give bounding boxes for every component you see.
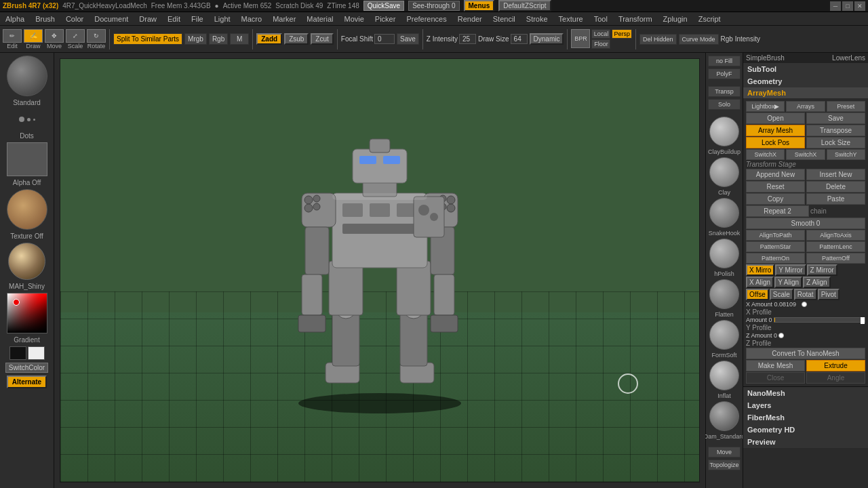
layers-header[interactable]: Layers xyxy=(743,399,868,411)
floor-button[interactable]: Floor xyxy=(591,39,610,49)
polyf-button[interactable]: PolyF xyxy=(708,68,741,79)
color-picker[interactable] xyxy=(7,293,47,333)
menu-preferences[interactable]: Preferences xyxy=(403,14,449,24)
seethrough-button[interactable]: See-through 0 xyxy=(408,1,459,11)
menu-zscript[interactable]: Zscript xyxy=(696,14,724,24)
menu-stroke[interactable]: Stroke xyxy=(524,14,551,24)
y-amount-track[interactable] xyxy=(774,317,865,323)
menu-file[interactable]: File xyxy=(189,14,206,24)
xalign-button[interactable]: X Align xyxy=(746,277,774,288)
menu-render[interactable]: Render xyxy=(455,14,485,24)
open-button[interactable]: Open xyxy=(746,113,805,124)
focal-shift-value[interactable]: 0 xyxy=(374,34,395,44)
menu-draw[interactable]: Draw xyxy=(136,14,159,24)
maximize-icon[interactable]: □ xyxy=(842,1,853,11)
persp-button[interactable]: Persp xyxy=(612,29,632,39)
convert-nanomesh-button[interactable]: Convert To NanoMesh xyxy=(746,348,865,359)
pivot-button[interactable]: Pivot xyxy=(818,289,840,300)
zsub-button[interactable]: Zsub xyxy=(284,33,309,45)
align-path-button[interactable]: AlignToPath xyxy=(746,230,805,241)
menu-brush[interactable]: Brush xyxy=(33,14,58,24)
menu-light[interactable]: Light xyxy=(212,14,233,24)
formsoft-preview[interactable] xyxy=(709,320,739,350)
color-black[interactable] xyxy=(9,346,26,360)
delete-button[interactable]: Delete xyxy=(806,181,865,192)
switchx-button[interactable]: SwitchX xyxy=(746,149,785,160)
move-button-right[interactable]: Move xyxy=(708,447,741,458)
menu-tool[interactable]: Tool xyxy=(591,14,610,24)
move-tool-icon[interactable]: ✥ xyxy=(45,29,64,43)
split-similar-button[interactable]: Split To Similar Parts xyxy=(113,33,182,45)
subtool-header[interactable]: SubTool xyxy=(743,63,868,75)
angle-button[interactable]: Angle xyxy=(806,372,865,384)
reset-button[interactable]: Reset xyxy=(746,181,805,192)
menu-alpha[interactable]: Alpha xyxy=(3,14,27,24)
switchy-button[interactable]: SwitchY xyxy=(827,149,865,160)
rotate-tool-icon[interactable]: ↻ xyxy=(87,29,106,43)
preview-header[interactable]: Preview xyxy=(743,436,868,448)
zalign-button[interactable]: Z Align xyxy=(803,277,831,288)
menu-color[interactable]: Color xyxy=(63,14,86,24)
lock-pos-button[interactable]: Lock Pos xyxy=(746,137,805,148)
nanomesh-header[interactable]: NanoMesh xyxy=(743,387,868,399)
lightbox-button[interactable]: Lightbox▶ xyxy=(746,101,785,112)
save-button[interactable]: Save xyxy=(397,33,419,45)
pattern-on-button[interactable]: PatternOn xyxy=(746,253,805,264)
dam-standard-preview[interactable] xyxy=(709,401,739,431)
simplebrush-label[interactable]: SimpleBrush xyxy=(746,54,785,62)
menu-zplugin[interactable]: Zplugin xyxy=(660,14,690,24)
mrgb-button[interactable]: Mrgb xyxy=(184,33,207,45)
pattern-lenc-button[interactable]: PatternLenc xyxy=(806,241,865,252)
mirrorz-button[interactable]: Z Mirror xyxy=(807,264,837,276)
geometry-header[interactable]: Geometry xyxy=(743,75,868,87)
switch-color-button[interactable]: SwitchColor xyxy=(5,363,48,373)
draw-size-value[interactable]: 64 xyxy=(511,34,528,44)
align-axis-button[interactable]: AlignToAxis xyxy=(806,230,865,241)
arrays-button[interactable]: Arrays xyxy=(786,101,825,112)
extrude-button[interactable]: Extrude xyxy=(806,360,865,371)
clay-buildup-preview[interactable] xyxy=(709,117,739,146)
menu-picker[interactable]: Picker xyxy=(372,14,399,24)
texture-off-box[interactable] xyxy=(7,189,47,230)
copy-button[interactable]: Copy xyxy=(746,193,805,205)
zadd-button[interactable]: Zadd xyxy=(256,33,282,45)
dynamic-button[interactable]: Dynamic xyxy=(530,33,564,45)
preset-button[interactable]: Preset xyxy=(827,101,865,112)
switchx2-button[interactable]: SwitchX xyxy=(786,149,825,160)
draw-tool-icon[interactable]: ✍ xyxy=(24,29,43,43)
mirrory-button[interactable]: Y Mirror xyxy=(775,264,806,276)
smooth-button[interactable]: Smooth 0 xyxy=(746,218,865,229)
curve-mode-button[interactable]: Curve Mode xyxy=(679,34,719,45)
geometry-hd-header[interactable]: Geometry HD xyxy=(743,424,868,436)
array-mesh-button[interactable]: Array Mesh xyxy=(746,125,805,136)
minimize-icon[interactable]: ─ xyxy=(830,1,841,11)
nofill-button[interactable]: no Fill xyxy=(708,56,741,66)
quicksave-button[interactable]: QuickSave xyxy=(363,1,404,11)
menu-edit[interactable]: Edit xyxy=(165,14,183,24)
pattern-star-button[interactable]: PatternStar xyxy=(746,241,805,252)
repeat-button[interactable]: Repeat 2 xyxy=(746,205,809,217)
offset-button[interactable]: Offse xyxy=(746,289,769,300)
rgb-button[interactable]: Rgb xyxy=(209,33,228,45)
close-button[interactable]: Close xyxy=(746,372,805,384)
flatten-preview[interactable] xyxy=(709,279,739,309)
menu-material[interactable]: Material xyxy=(304,14,336,24)
rotate-panel-button[interactable]: Rotat xyxy=(794,289,817,300)
append-new-button[interactable]: Append New xyxy=(746,169,805,180)
clay-preview[interactable] xyxy=(709,157,739,187)
arraymesh-header[interactable]: ArrayMesh xyxy=(743,87,868,98)
brush-preview[interactable] xyxy=(7,56,47,96)
color-white[interactable] xyxy=(28,346,45,360)
inflate-preview[interactable] xyxy=(709,361,739,390)
paste-button[interactable]: Paste xyxy=(806,193,865,205)
transp-button[interactable]: Transp xyxy=(708,86,741,97)
scale-panel-button[interactable]: Scale xyxy=(770,289,793,300)
edit-tool-icon[interactable]: ✏ xyxy=(3,29,22,43)
menus-button[interactable]: Menus xyxy=(464,0,495,12)
topologize-button[interactable]: Topologize xyxy=(708,460,741,470)
alternate-button[interactable]: Alternate xyxy=(7,375,47,388)
material-preview[interactable] xyxy=(8,243,45,280)
bpr-icon[interactable]: BPR xyxy=(571,29,590,48)
z-intensity-value[interactable]: 25 xyxy=(459,34,476,44)
close-icon[interactable]: ✕ xyxy=(854,1,865,11)
